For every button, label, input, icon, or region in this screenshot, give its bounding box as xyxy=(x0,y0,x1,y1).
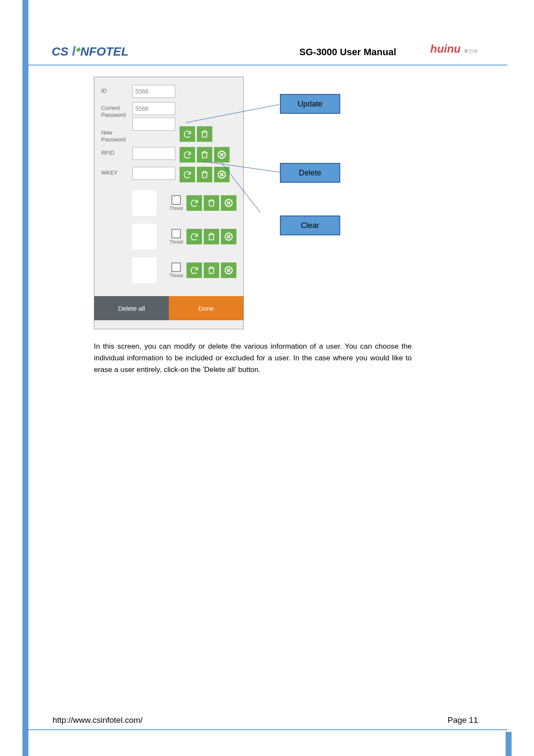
curpw-label: Current Password xyxy=(101,102,132,118)
thumbnail xyxy=(132,257,156,283)
clear-icon[interactable] xyxy=(221,262,236,278)
app-screenshot: ID Current Password New Password RFID xyxy=(94,77,244,329)
wkey-row: WKEY xyxy=(101,167,236,182)
rfid-row: RFID xyxy=(101,147,236,162)
trash-icon[interactable] xyxy=(197,126,212,142)
refresh-icon[interactable] xyxy=(180,167,195,182)
logo-huinu: huinu 휴인유 xyxy=(430,42,478,56)
callout-delete: Delete xyxy=(280,163,340,183)
clear-icon[interactable] xyxy=(214,147,230,162)
clear-icon[interactable] xyxy=(221,195,236,211)
id-input[interactable] xyxy=(132,85,175,98)
thumb-row-1: Threat xyxy=(101,190,236,216)
newpw-input[interactable] xyxy=(132,118,175,131)
footer-rule xyxy=(26,729,507,730)
thumbnail xyxy=(132,224,156,250)
id-row: ID xyxy=(101,85,236,98)
rfid-label: RFID xyxy=(101,147,132,156)
logo-csinfotel: CS I◆NFOTEL xyxy=(52,43,129,59)
header-rule xyxy=(26,65,507,66)
refresh-icon[interactable] xyxy=(180,147,195,162)
newpw-label: New Password xyxy=(101,127,132,143)
thumb-row-2: Threat xyxy=(101,224,236,250)
trash-icon[interactable] xyxy=(204,262,219,278)
id-label: ID xyxy=(101,85,132,94)
threat-checkbox[interactable]: Threat xyxy=(169,262,183,278)
trash-icon[interactable] xyxy=(197,167,212,182)
right-accent-bar xyxy=(506,732,512,756)
refresh-icon[interactable] xyxy=(186,229,202,244)
left-accent-bar xyxy=(22,0,28,756)
callout-update: Update xyxy=(280,94,340,114)
threat-checkbox[interactable]: Threat xyxy=(169,195,183,211)
thumb-row-3: Threat xyxy=(101,257,236,283)
refresh-icon[interactable] xyxy=(180,126,195,142)
wkey-label: WKEY xyxy=(101,167,132,176)
refresh-icon[interactable] xyxy=(186,195,202,211)
thumbnail xyxy=(132,190,156,216)
manual-title: SG-3000 User Manual xyxy=(299,47,396,58)
trash-icon[interactable] xyxy=(204,229,219,244)
refresh-icon[interactable] xyxy=(186,262,202,278)
body-paragraph: In this screen, you can modify or delete… xyxy=(94,341,412,376)
trash-icon[interactable] xyxy=(204,195,219,211)
page-header: CS I◆NFOTEL SG-3000 User Manual huinu 휴인… xyxy=(52,42,482,59)
curpw-input[interactable] xyxy=(132,102,175,115)
done-button[interactable]: Done xyxy=(169,296,243,320)
footer-buttons: Delete all Done xyxy=(94,296,243,320)
callout-clear: Clear xyxy=(280,216,340,235)
delete-all-button[interactable]: Delete all xyxy=(94,296,169,320)
footer-url: http://www.csinfotel.com/ xyxy=(53,715,143,725)
password-row: Current Password New Password xyxy=(101,102,236,143)
wkey-input[interactable] xyxy=(132,167,175,180)
footer-page: Page 11 xyxy=(447,715,478,725)
rfid-input[interactable] xyxy=(132,147,175,160)
clear-icon[interactable] xyxy=(221,229,236,244)
threat-checkbox[interactable]: Threat xyxy=(169,229,183,244)
trash-icon[interactable] xyxy=(197,147,212,162)
